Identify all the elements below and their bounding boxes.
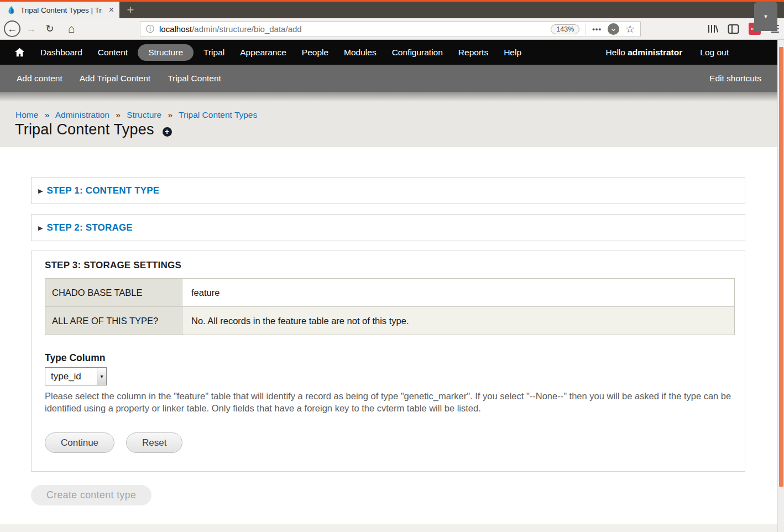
admin-toolbar: Dashboard Content Structure Tripal Appea…	[0, 40, 777, 65]
tab-title: Tripal Content Types | Tri	[20, 6, 102, 14]
plus-icon: +	[127, 3, 134, 17]
row-label-all-of-this-type: ALL ARE OF THIS TYPE?	[45, 307, 182, 335]
step1-title-link[interactable]: STEP 1: CONTENT TYPE	[46, 185, 159, 196]
reload-icon: ↻	[45, 23, 54, 35]
row-value-chado-base-table: feature	[182, 279, 735, 307]
admin-menu-help[interactable]: Help	[496, 44, 529, 61]
admin-menu-reports[interactable]: Reports	[451, 44, 496, 61]
reload-button[interactable]: ↻	[43, 20, 57, 37]
fieldset-step3: STEP 3: STORAGE SETTINGS CHADO BASE TABL…	[31, 251, 745, 472]
page-title: Tripal Content Types	[15, 121, 154, 138]
pocket-icon[interactable]: ⌄	[608, 23, 619, 35]
site-info-icon[interactable]: ⓘ	[146, 24, 154, 34]
zoom-level-button[interactable]: 143%	[551, 24, 579, 34]
forward-button[interactable]: →	[24, 20, 38, 37]
forward-icon: →	[26, 23, 36, 35]
page-actions-icon[interactable]: •••	[592, 25, 602, 33]
shortcuts-bar: Add content Add Tripal Content Tripal Co…	[0, 65, 777, 92]
type-column-select[interactable]: type_id ▾	[45, 367, 107, 385]
back-icon: ←	[7, 23, 17, 35]
button-row: Continue Reset	[45, 432, 734, 453]
page-header: Home » Administration » Structure » Trip…	[0, 92, 777, 147]
admin-menu-appearance[interactable]: Appearance	[232, 44, 294, 61]
row-value-all-of-this-type: No. All records in the feature table are…	[182, 307, 735, 335]
contextual-add-icon[interactable]: +	[163, 127, 172, 137]
create-content-type-button: Create content type	[31, 485, 151, 505]
greeting-text: Hello administrator	[606, 48, 683, 58]
type-column-label: Type Column	[45, 352, 734, 364]
table-row: CHADO BASE TABLE feature	[45, 279, 735, 307]
main-content: ▶ STEP 1: CONTENT TYPE ▶ STEP 2: STORAGE…	[0, 147, 777, 524]
fieldset-step2: ▶ STEP 2: STORAGE	[31, 214, 745, 241]
step2-toggle[interactable]: ▶ STEP 2: STORAGE	[32, 215, 745, 241]
admin-menu-modules[interactable]: Modules	[336, 44, 384, 61]
library-icon[interactable]	[707, 23, 718, 34]
tab-bar: Tripal Content Types | Tri × +	[0, 2, 784, 18]
breadcrumb-separator: »	[45, 110, 50, 119]
page-scrollbar[interactable]	[777, 40, 784, 532]
navigation-toolbar: ← → ↻ ⌂ ⓘ localhost/admin/structure/bio_…	[0, 18, 784, 40]
logout-link[interactable]: Log out	[700, 48, 729, 58]
breadcrumb-link-tripal-content-types[interactable]: Tripal Content Types	[179, 110, 257, 119]
browser-window: Tripal Content Types | Tri × + ← → ↻ ⌂ ⓘ…	[0, 0, 784, 532]
step3-title: STEP 3: STORAGE SETTINGS	[45, 260, 734, 271]
url-divider	[586, 23, 586, 35]
footer-strip	[0, 524, 777, 532]
breadcrumb-link-home[interactable]: Home	[15, 110, 38, 119]
home-button[interactable]: ⌂	[64, 20, 79, 37]
tab-close-icon[interactable]: ×	[107, 5, 116, 15]
breadcrumb-link-administration[interactable]: Administration	[55, 110, 109, 119]
title-row: Tripal Content Types +	[15, 121, 172, 138]
url-text[interactable]: localhost/admin/structure/bio_data/add	[159, 24, 302, 34]
url-bar[interactable]: ⓘ localhost/admin/structure/bio_data/add…	[140, 21, 641, 37]
shortcut-tripal-content[interactable]: Tripal Content	[159, 74, 229, 84]
browser-tab[interactable]: Tripal Content Types | Tri ×	[0, 2, 119, 18]
breadcrumb-separator: »	[168, 110, 173, 119]
drupal-favicon-icon	[7, 6, 16, 15]
url-path: /admin/structure/bio_data/add	[192, 24, 301, 34]
shortcut-add-content[interactable]: Add content	[8, 74, 71, 84]
home-icon: ⌂	[68, 22, 75, 35]
admin-menu-content[interactable]: Content	[90, 44, 135, 61]
type-column-description: Please select the column in the "feature…	[45, 390, 737, 414]
edit-shortcuts-link[interactable]: Edit shortcuts	[709, 74, 761, 84]
table-row: ALL ARE OF THIS TYPE? No. All records in…	[45, 307, 735, 335]
step2-title-link[interactable]: STEP 2: STORAGE	[46, 222, 132, 233]
step1-toggle[interactable]: ▶ STEP 1: CONTENT TYPE	[32, 178, 745, 204]
fieldset-step1: ▶ STEP 1: CONTENT TYPE	[31, 177, 745, 204]
bookmark-star-icon[interactable]: ☆	[625, 23, 635, 35]
window-accent-stripe	[0, 0, 784, 2]
url-host: localhost	[159, 24, 192, 34]
back-button[interactable]: ←	[4, 20, 20, 37]
admin-home-icon[interactable]	[14, 48, 25, 57]
chevron-down-icon: ▼	[764, 14, 769, 19]
admin-menu-dashboard[interactable]: Dashboard	[33, 44, 90, 61]
toolbar-orientation-toggle[interactable]: ▼	[754, 2, 777, 31]
select-selected-value: type_id	[45, 368, 97, 385]
breadcrumb-link-structure[interactable]: Structure	[127, 110, 161, 119]
breadcrumb-separator: »	[116, 110, 121, 119]
shortcut-add-tripal-content[interactable]: Add Tripal Content	[71, 74, 159, 84]
username: administrator	[628, 48, 682, 57]
admin-menu-structure[interactable]: Structure	[138, 44, 194, 61]
admin-menu-tripal[interactable]: Tripal	[196, 44, 232, 61]
collapsed-arrow-icon: ▶	[38, 187, 43, 195]
admin-menu-configuration[interactable]: Configuration	[384, 44, 451, 61]
sidebar-toggle-icon[interactable]	[728, 24, 739, 34]
select-dropdown-icon: ▾	[97, 368, 106, 385]
reset-button[interactable]: Reset	[126, 432, 182, 453]
new-tab-button[interactable]: +	[119, 2, 142, 18]
scrollbar-thumb[interactable]	[779, 47, 783, 487]
collapsed-arrow-icon: ▶	[38, 225, 43, 232]
admin-menu-people[interactable]: People	[294, 44, 336, 61]
row-label-chado-base-table: CHADO BASE TABLE	[45, 279, 182, 307]
continue-button[interactable]: Continue	[45, 432, 114, 453]
storage-settings-table: CHADO BASE TABLE feature ALL ARE OF THIS…	[45, 278, 735, 335]
admin-account-area: Hello administrator Log out	[606, 48, 729, 58]
breadcrumb: Home » Administration » Structure » Trip…	[15, 110, 257, 120]
